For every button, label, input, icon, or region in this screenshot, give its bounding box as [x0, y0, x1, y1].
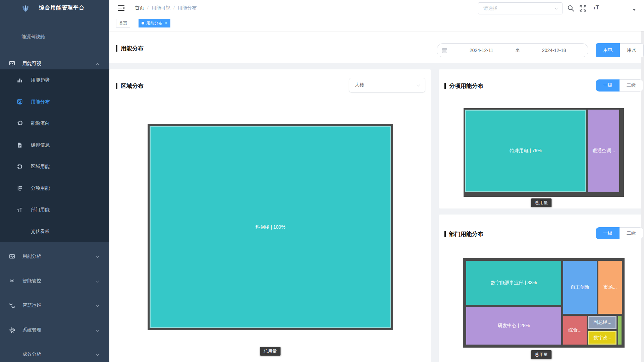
fullscreen-icon[interactable] — [579, 4, 587, 12]
water-button[interactable]: 用水 — [620, 43, 644, 57]
treemap-breadcrumb-total[interactable]: 总用量 — [531, 350, 552, 359]
chevron-down-icon — [96, 254, 99, 258]
calendar-icon — [442, 48, 447, 53]
sidebar-item-energy-trend[interactable]: 用能趋势 — [0, 69, 109, 91]
treemap-node-market[interactable]: 市场... — [598, 261, 622, 314]
building-select[interactable]: 大楼 — [349, 78, 425, 93]
department-level-toggle: 一级 二级 — [596, 227, 643, 239]
treemap-breadcrumb-total[interactable]: 总用量 — [531, 198, 552, 207]
monitor-gear-icon — [17, 99, 23, 105]
sidebar-item-smart-control[interactable]: 智能管控 — [0, 274, 109, 288]
logo: 综合用能管理平台 — [0, 0, 109, 17]
page-header-band: 用能分布 2024-12-11 至 2024-12-18 用电 用水 — [109, 31, 644, 63]
sidebar-item-pv-board[interactable]: 光伏看板 — [0, 221, 109, 243]
sidebar-item-smart-ops[interactable]: 智慧运维 — [0, 298, 109, 313]
logo-icon — [20, 3, 31, 13]
date-separator: 至 — [516, 47, 520, 53]
sidebar: 综合用能管理平台 能源驾驶舱 用能可视 用能趋势 — [0, 0, 109, 362]
gear-icon — [9, 327, 15, 333]
chevron-down-icon — [96, 303, 99, 307]
search-icon[interactable] — [567, 4, 575, 12]
department-section-title: 部门用能分布 — [444, 230, 483, 238]
donut-icon — [17, 164, 23, 170]
sidebar-item-energy-visual[interactable]: 用能可视 — [0, 56, 109, 71]
treemap-node-deputy-gm[interactable]: 副总经... — [588, 316, 616, 329]
treemap-node-small[interactable] — [618, 316, 622, 345]
sidebar-item-carbon-info[interactable]: 碳排信息 — [0, 134, 109, 156]
date-range-picker[interactable]: 2024-12-11 至 2024-12-18 — [437, 43, 588, 57]
document-icon — [17, 142, 23, 148]
font-size-icon[interactable]: TT — [593, 4, 599, 11]
sidebar-item-energy-flow[interactable]: 能源流向 — [0, 113, 109, 134]
region-distribution-card: 区域分布 大楼 科创楼 | 100% 总用量 — [109, 69, 431, 362]
monitor-line-icon — [9, 253, 15, 259]
breadcrumb-home[interactable]: 首页 — [135, 5, 144, 11]
category-level-toggle: 一级 二级 — [596, 79, 643, 92]
electricity-button[interactable]: 用电 — [596, 43, 620, 57]
sidebar-item-department-energy[interactable]: 部门用能 — [0, 199, 109, 221]
title-bar-marker — [444, 83, 446, 89]
tab-home[interactable]: 首页 — [116, 19, 130, 27]
sidebar-item-system-settings[interactable]: 系统管理 — [0, 323, 109, 338]
level-2-button[interactable]: 二级 — [620, 227, 643, 239]
close-tab-icon[interactable]: × — [165, 21, 167, 25]
level-1-button[interactable]: 一级 — [596, 227, 620, 239]
sidebar-submenu: 用能趋势 用能分布 能源流向 — [0, 69, 109, 242]
workflow-icon — [9, 302, 15, 308]
category-section-title: 分项用能分布 — [444, 82, 483, 90]
select-placeholder: 请选择 — [483, 5, 497, 11]
title-bar-marker — [444, 231, 446, 237]
puzzle-icon — [17, 120, 23, 126]
title-bar-marker — [116, 45, 117, 52]
treemap-node-special-power[interactable]: 特殊用电 | 79% — [465, 110, 586, 192]
broadcast-icon — [9, 278, 15, 284]
treemap-breadcrumb-total[interactable]: 总用量 — [260, 347, 280, 356]
user-caret-icon[interactable] — [633, 9, 636, 11]
tags-view-bar: 首页 用能分布 × — [109, 17, 644, 31]
page-title: 用能分布 — [116, 45, 144, 52]
department-treemap: 数字能源事业部 | 33% 研发中心 | 28% 自主创新 市场... 综合..… — [463, 258, 625, 348]
sidebar-item-dashboard[interactable]: 能源驾驶舱 — [0, 29, 109, 44]
monitor-chart-icon — [9, 61, 15, 67]
avatar[interactable] — [611, 1, 627, 16]
sidebar-item-performance-analysis[interactable]: 成效分析 — [0, 347, 109, 362]
breadcrumb-current: 用能分布 — [178, 5, 197, 11]
date-to-input[interactable]: 2024-12-18 — [520, 48, 588, 53]
app-root: 综合用能管理平台 能源驾驶舱 用能可视 用能趋势 — [0, 0, 644, 362]
treemap-node-kechuanglou[interactable]: 科创楼 | 100% — [150, 126, 391, 328]
department-energy-card: 部门用能分布 一级 二级 数字能源事业部 | 33% 研发中心 | 28% 自主… — [439, 215, 644, 362]
collapse-sidebar-icon[interactable] — [117, 5, 125, 11]
chevron-down-icon — [555, 6, 558, 10]
tab-energy-distribution[interactable]: 用能分布 × — [139, 19, 170, 27]
treemap-node-rd-center[interactable]: 研发中心 | 28% — [466, 307, 561, 345]
level-2-button[interactable]: 二级 — [620, 79, 643, 92]
sidebar-item-region-energy[interactable]: 区域用能 — [0, 156, 109, 178]
header-search-select[interactable]: 请选择 — [478, 2, 562, 14]
category-treemap: 特殊用电 | 79% 暖通空调... — [464, 108, 624, 197]
level-1-button[interactable]: 一级 — [596, 79, 620, 92]
active-tab-dot-icon — [142, 22, 144, 24]
sidebar-item-energy-distribution[interactable]: 用能分布 — [0, 91, 109, 113]
chevron-down-icon — [96, 279, 99, 282]
treemap-node-digital-gov[interactable]: 数字政... — [588, 331, 616, 345]
app-title: 综合用能管理平台 — [39, 4, 85, 11]
top-header: 首页 / 用能可视 / 用能分布 请选择 TT — [109, 0, 644, 17]
chevron-up-icon — [96, 63, 99, 66]
region-section-title: 区域分布 — [116, 82, 144, 90]
sidebar-item-subitem-energy[interactable]: 分项用能 — [0, 178, 109, 199]
chevron-down-icon — [417, 83, 420, 86]
chevron-down-icon — [96, 328, 99, 331]
text-size-icon — [17, 207, 23, 213]
treemap-node-general-office[interactable]: 综合... — [563, 316, 587, 345]
title-bar-marker — [116, 83, 117, 89]
chevron-down-icon — [96, 352, 99, 356]
treemap-node-self-innovation[interactable]: 自主创新 — [563, 261, 597, 314]
treemap-node-hvac[interactable]: 暖通空调... — [588, 110, 619, 192]
region-treemap: 科创楼 | 100% — [148, 124, 393, 330]
tree-list-icon — [17, 185, 23, 191]
date-from-input[interactable]: 2024-12-11 — [447, 48, 516, 53]
treemap-node-digital-energy-dept[interactable]: 数字能源事业部 | 33% — [466, 261, 561, 305]
breadcrumb-energy-visual: 用能可视 — [152, 5, 170, 11]
breadcrumb: 首页 / 用能可视 / 用能分布 — [135, 5, 197, 11]
sidebar-item-energy-analysis[interactable]: 用能分析 — [0, 249, 109, 264]
